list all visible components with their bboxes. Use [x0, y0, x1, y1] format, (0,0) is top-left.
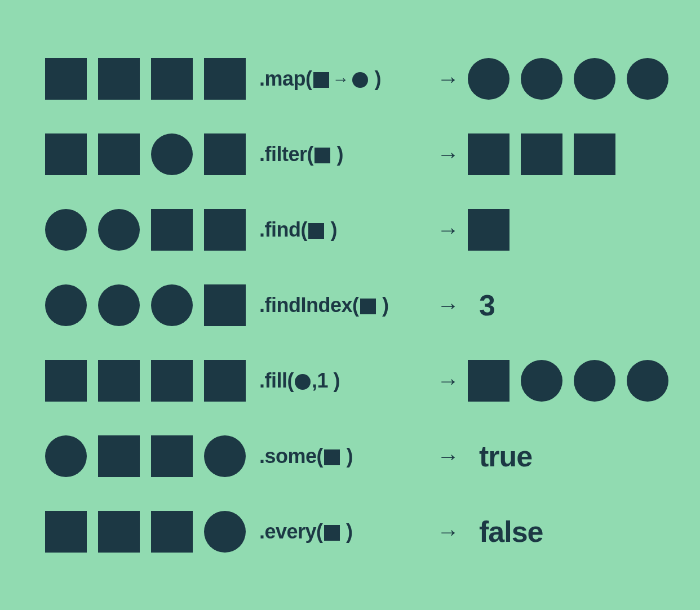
method-name: .filter [259, 143, 307, 166]
method-label: .filter( ) [259, 143, 428, 166]
square-icon [45, 58, 87, 100]
square-icon [204, 58, 246, 100]
method-name: .every [259, 520, 316, 543]
row-findIndex: .findIndex( )→3 [45, 283, 655, 328]
circle-icon [627, 360, 668, 402]
square-icon [98, 58, 140, 100]
circle-icon [574, 58, 615, 100]
square-icon [468, 133, 510, 175]
square-icon [204, 209, 246, 251]
square-icon [521, 133, 562, 175]
output-value: true [468, 439, 532, 473]
output-value [468, 360, 668, 402]
input-array [45, 284, 259, 326]
circle-icon [295, 374, 311, 390]
square-icon [98, 360, 140, 402]
circle-icon [45, 284, 87, 326]
square-icon [98, 511, 140, 553]
method-name: .map [259, 67, 305, 90]
result-arrow-icon: → [428, 519, 468, 545]
row-fill: .fill(,1 )→ [45, 358, 655, 403]
square-icon [324, 449, 340, 465]
output-value [468, 209, 510, 251]
method-arg-text: , [312, 369, 317, 392]
method-name: .some [259, 444, 317, 467]
output-value [468, 58, 668, 100]
output-value: false [468, 515, 543, 549]
square-icon [45, 360, 87, 402]
method-label: .some( ) [259, 444, 428, 468]
result-arrow-icon: → [428, 66, 468, 92]
square-icon [314, 148, 330, 163]
input-array [45, 209, 259, 251]
circle-icon [151, 284, 193, 326]
input-array [45, 58, 259, 100]
circle-icon [45, 209, 87, 251]
output-value: 3 [468, 288, 495, 322]
square-icon [151, 209, 193, 251]
method-name: .find [259, 218, 300, 241]
circle-icon [204, 435, 246, 477]
input-array [45, 435, 259, 477]
circle-icon [204, 511, 246, 553]
method-label: .find( ) [259, 218, 428, 242]
square-icon [308, 223, 324, 239]
square-icon [45, 511, 87, 553]
input-array [45, 133, 259, 175]
circle-icon [574, 360, 615, 402]
arrow-icon: → [333, 70, 349, 89]
input-array [45, 360, 259, 402]
square-icon [324, 525, 340, 541]
result-arrow-icon: → [428, 444, 468, 469]
method-label: .every( ) [259, 520, 428, 544]
method-label: .findIndex( ) [259, 293, 428, 317]
square-icon [468, 360, 510, 402]
row-every: .every( )→false [45, 509, 655, 554]
square-icon [313, 72, 329, 88]
circle-icon [45, 435, 87, 477]
method-name: .fill [259, 369, 287, 392]
method-label: .fill(,1 ) [259, 369, 428, 393]
output-text: true [479, 439, 532, 473]
square-icon [151, 511, 193, 553]
diagram-rows: .map(→ )→.filter( )→.find( )→.findIndex(… [45, 56, 655, 554]
circle-icon [627, 58, 668, 100]
circle-icon [521, 360, 562, 402]
square-icon [204, 133, 246, 175]
square-icon [45, 133, 87, 175]
square-icon [468, 209, 510, 251]
circle-icon [468, 58, 510, 100]
method-name: .findIndex [259, 293, 352, 317]
circle-icon [352, 72, 368, 88]
circle-icon [98, 209, 140, 251]
row-filter: .filter( )→ [45, 132, 655, 177]
square-icon [98, 435, 140, 477]
square-icon [151, 360, 193, 402]
square-icon [98, 133, 140, 175]
result-arrow-icon: → [428, 217, 468, 243]
output-text: false [479, 515, 543, 549]
input-array [45, 511, 259, 553]
row-map: .map(→ )→ [45, 56, 655, 101]
output-value [468, 133, 615, 175]
circle-icon [151, 133, 193, 175]
square-icon [360, 299, 376, 314]
circle-icon [521, 58, 562, 100]
square-icon [151, 58, 193, 100]
result-arrow-icon: → [428, 368, 468, 394]
method-label: .map(→ ) [259, 67, 428, 91]
result-arrow-icon: → [428, 142, 468, 167]
square-icon [574, 133, 615, 175]
square-icon [151, 435, 193, 477]
row-some: .some( )→true [45, 434, 655, 479]
square-icon [204, 284, 246, 326]
output-text: 3 [479, 288, 495, 322]
result-arrow-icon: → [428, 293, 468, 318]
method-arg-text: 1 [317, 369, 329, 392]
circle-icon [98, 284, 140, 326]
row-find: .find( )→ [45, 207, 655, 252]
square-icon [204, 360, 246, 402]
